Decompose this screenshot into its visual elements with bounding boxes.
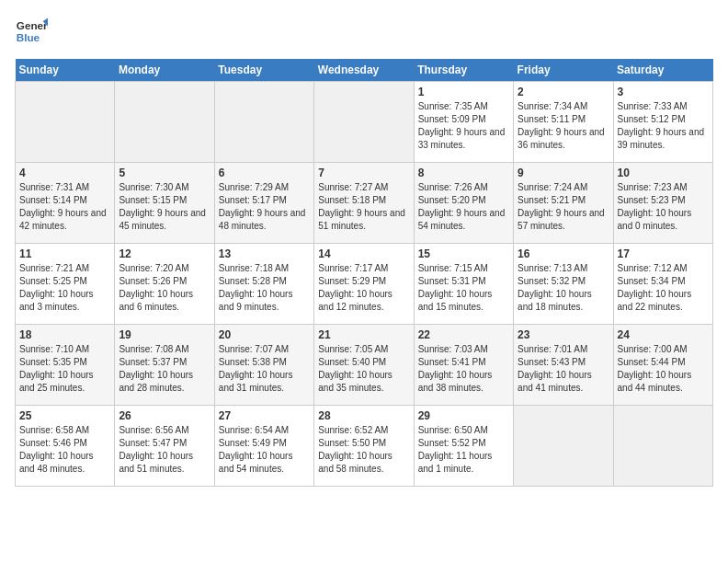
cell-info: Sunrise: 7:17 AMSunset: 5:29 PMDaylight:… [318, 262, 409, 314]
calendar-cell [214, 82, 313, 163]
sunset-text: Sunset: 5:32 PM [518, 276, 586, 286]
sunset-text: Sunset: 5:34 PM [618, 276, 686, 286]
sunset-text: Sunset: 5:46 PM [19, 438, 87, 448]
day-header-monday: Monday [115, 59, 214, 82]
sunrise-text: Sunrise: 7:24 AM [518, 182, 587, 192]
day-number: 29 [418, 409, 509, 422]
cell-info: Sunrise: 7:26 AMSunset: 5:20 PMDaylight:… [418, 181, 509, 233]
calendar-cell: 29Sunrise: 6:50 AMSunset: 5:52 PMDayligh… [414, 406, 513, 487]
calendar-cell: 19Sunrise: 7:08 AMSunset: 5:37 PMDayligh… [115, 325, 214, 406]
sunset-text: Sunset: 5:09 PM [418, 114, 486, 124]
calendar-cell [16, 82, 115, 163]
day-headers-row: SundayMondayTuesdayWednesdayThursdayFrid… [16, 59, 713, 82]
calendar-cell: 24Sunrise: 7:00 AMSunset: 5:44 PMDayligh… [613, 325, 712, 406]
daylight-text: Daylight: 9 hours and 39 minutes. [618, 127, 705, 150]
day-number: 14 [318, 247, 409, 260]
sunrise-text: Sunrise: 7:34 AM [518, 101, 587, 111]
sunset-text: Sunset: 5:49 PM [219, 438, 287, 448]
cell-info: Sunrise: 7:20 AMSunset: 5:26 PMDaylight:… [119, 262, 210, 314]
day-number: 9 [518, 167, 609, 179]
sunrise-text: Sunrise: 6:56 AM [119, 425, 188, 435]
daylight-text: Daylight: 10 hours and 25 minutes. [19, 370, 94, 393]
calendar-cell [115, 82, 214, 163]
sunrise-text: Sunrise: 6:50 AM [418, 425, 488, 435]
day-number: 27 [219, 409, 310, 422]
calendar-cell [613, 406, 712, 487]
daylight-text: Daylight: 10 hours and 58 minutes. [318, 451, 392, 474]
cell-info: Sunrise: 7:01 AMSunset: 5:43 PMDaylight:… [518, 343, 609, 395]
week-row-4: 18Sunrise: 7:10 AMSunset: 5:35 PMDayligh… [16, 325, 713, 406]
cell-info: Sunrise: 6:56 AMSunset: 5:47 PMDaylight:… [119, 424, 210, 476]
sunset-text: Sunset: 5:29 PM [318, 276, 386, 286]
sunrise-text: Sunrise: 7:12 AM [618, 263, 688, 273]
cell-info: Sunrise: 7:18 AMSunset: 5:28 PMDaylight:… [219, 262, 310, 314]
sunset-text: Sunset: 5:44 PM [618, 357, 686, 367]
sunrise-text: Sunrise: 7:03 AM [418, 344, 488, 354]
calendar-cell: 17Sunrise: 7:12 AMSunset: 5:34 PMDayligh… [613, 244, 712, 325]
sunrise-text: Sunrise: 7:27 AM [318, 182, 388, 192]
sunset-text: Sunset: 5:11 PM [518, 114, 586, 124]
sunset-text: Sunset: 5:25 PM [19, 276, 87, 286]
sunset-text: Sunset: 5:35 PM [19, 357, 87, 367]
cell-info: Sunrise: 6:58 AMSunset: 5:46 PMDaylight:… [19, 424, 110, 476]
daylight-text: Daylight: 10 hours and 9 minutes. [219, 289, 293, 312]
calendar-cell: 16Sunrise: 7:13 AMSunset: 5:32 PMDayligh… [514, 244, 613, 325]
cell-info: Sunrise: 7:34 AMSunset: 5:11 PMDaylight:… [518, 100, 609, 152]
day-number: 28 [318, 409, 409, 422]
daylight-text: Daylight: 9 hours and 45 minutes. [119, 208, 206, 231]
sunset-text: Sunset: 5:41 PM [418, 357, 486, 367]
cell-info: Sunrise: 7:29 AMSunset: 5:17 PMDaylight:… [219, 181, 310, 233]
day-number: 23 [518, 328, 609, 341]
week-row-3: 11Sunrise: 7:21 AMSunset: 5:25 PMDayligh… [16, 244, 713, 325]
daylight-text: Daylight: 10 hours and 3 minutes. [19, 289, 94, 312]
calendar-cell: 14Sunrise: 7:17 AMSunset: 5:29 PMDayligh… [314, 244, 414, 325]
day-number: 4 [19, 167, 110, 179]
daylight-text: Daylight: 10 hours and 28 minutes. [119, 370, 193, 393]
calendar-cell: 2Sunrise: 7:34 AMSunset: 5:11 PMDaylight… [514, 82, 613, 163]
calendar-cell: 28Sunrise: 6:52 AMSunset: 5:50 PMDayligh… [314, 406, 414, 487]
daylight-text: Daylight: 10 hours and 35 minutes. [318, 370, 392, 393]
cell-info: Sunrise: 6:52 AMSunset: 5:50 PMDaylight:… [318, 424, 409, 476]
cell-info: Sunrise: 7:12 AMSunset: 5:34 PMDaylight:… [618, 262, 709, 314]
sunrise-text: Sunrise: 7:20 AM [119, 263, 188, 273]
calendar-cell: 12Sunrise: 7:20 AMSunset: 5:26 PMDayligh… [115, 244, 214, 325]
cell-info: Sunrise: 7:33 AMSunset: 5:12 PMDaylight:… [618, 100, 709, 152]
cell-info: Sunrise: 7:21 AMSunset: 5:25 PMDaylight:… [19, 262, 110, 314]
daylight-text: Daylight: 9 hours and 54 minutes. [418, 208, 506, 231]
calendar-cell: 22Sunrise: 7:03 AMSunset: 5:41 PMDayligh… [414, 325, 513, 406]
sunset-text: Sunset: 5:40 PM [318, 357, 386, 367]
daylight-text: Daylight: 9 hours and 36 minutes. [518, 127, 605, 150]
sunrise-text: Sunrise: 7:23 AM [618, 182, 688, 192]
day-header-thursday: Thursday [414, 59, 513, 82]
sunset-text: Sunset: 5:14 PM [19, 195, 87, 205]
sunrise-text: Sunrise: 7:00 AM [618, 344, 688, 354]
cell-info: Sunrise: 7:00 AMSunset: 5:44 PMDaylight:… [618, 343, 709, 395]
week-row-1: 1Sunrise: 7:35 AMSunset: 5:09 PMDaylight… [16, 82, 713, 163]
sunrise-text: Sunrise: 7:35 AM [418, 101, 488, 111]
sunset-text: Sunset: 5:50 PM [318, 438, 386, 448]
calendar-cell: 7Sunrise: 7:27 AMSunset: 5:18 PMDaylight… [314, 163, 414, 244]
day-number: 3 [618, 86, 709, 98]
sunset-text: Sunset: 5:28 PM [219, 276, 287, 286]
day-number: 1 [418, 86, 509, 98]
daylight-text: Daylight: 10 hours and 15 minutes. [418, 289, 493, 312]
daylight-text: Daylight: 10 hours and 18 minutes. [518, 289, 592, 312]
day-number: 26 [119, 409, 210, 422]
daylight-text: Daylight: 10 hours and 22 minutes. [618, 289, 692, 312]
sunset-text: Sunset: 5:23 PM [618, 195, 686, 205]
sunrise-text: Sunrise: 7:17 AM [318, 263, 388, 273]
calendar-cell: 9Sunrise: 7:24 AMSunset: 5:21 PMDaylight… [514, 163, 613, 244]
cell-info: Sunrise: 7:10 AMSunset: 5:35 PMDaylight:… [19, 343, 110, 395]
day-number: 8 [418, 167, 509, 179]
calendar-cell: 25Sunrise: 6:58 AMSunset: 5:46 PMDayligh… [16, 406, 115, 487]
sunset-text: Sunset: 5:47 PM [119, 438, 187, 448]
day-header-friday: Friday [514, 59, 613, 82]
sunrise-text: Sunrise: 6:54 AM [219, 425, 289, 435]
day-number: 10 [618, 167, 709, 179]
cell-info: Sunrise: 7:30 AMSunset: 5:15 PMDaylight:… [119, 181, 210, 233]
day-number: 22 [418, 328, 509, 341]
day-number: 6 [219, 167, 310, 179]
sunrise-text: Sunrise: 7:30 AM [119, 182, 188, 192]
sunrise-text: Sunrise: 7:13 AM [518, 263, 587, 273]
week-row-5: 25Sunrise: 6:58 AMSunset: 5:46 PMDayligh… [16, 406, 713, 487]
